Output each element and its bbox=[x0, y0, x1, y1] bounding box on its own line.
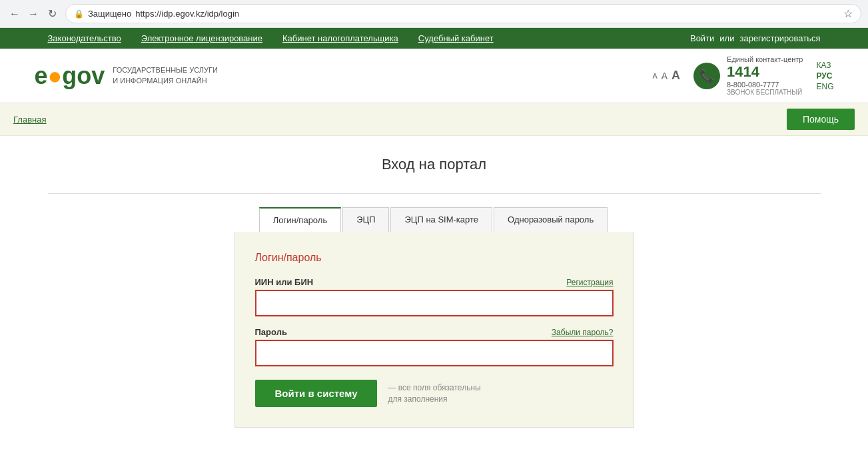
lang-kaz[interactable]: КАЗ bbox=[816, 61, 833, 70]
submit-button[interactable]: Войти в систему bbox=[255, 380, 378, 407]
lang-rus[interactable]: РУС bbox=[816, 71, 833, 81]
phone-number: 1414 bbox=[727, 63, 803, 81]
main-content: Вход на портал Логин/пароль ЭЦП ЭЦП на S… bbox=[35, 136, 834, 448]
tab-login-password[interactable]: Логин/пароль bbox=[259, 207, 341, 232]
password-field-group: Пароль Забыли пароль? bbox=[255, 327, 614, 366]
login-form-container: Логин/пароль ИИН или БИН Регистрация Пар… bbox=[234, 232, 634, 428]
phone-sub: ЗВОНОК БЕСПЛАТНЫЙ bbox=[727, 89, 803, 96]
logo-gov: gov bbox=[62, 62, 105, 89]
nav-buttons[interactable]: ← → ↻ bbox=[7, 6, 60, 22]
page-title: Вход на портал bbox=[48, 156, 821, 173]
lang-eng[interactable]: ENG bbox=[816, 82, 833, 91]
font-size-medium[interactable]: А bbox=[661, 71, 667, 81]
tab-ecp[interactable]: ЭЦП bbox=[342, 207, 389, 232]
reload-button[interactable]: ↻ bbox=[44, 6, 60, 22]
or-label: или bbox=[719, 33, 734, 43]
form-title: Логин/пароль bbox=[255, 252, 614, 264]
contact-info: Единый контакт-центр 1414 8-800-080-7777… bbox=[727, 55, 803, 96]
breadcrumb-bar: Главная Помощь bbox=[0, 103, 868, 136]
iin-input[interactable] bbox=[259, 294, 610, 312]
nav-court[interactable]: Судебный кабинет bbox=[418, 33, 494, 43]
password-label: Пароль bbox=[255, 327, 287, 337]
password-input[interactable] bbox=[259, 344, 610, 362]
help-button[interactable]: Помощь bbox=[787, 109, 855, 130]
tab-ecp-sim[interactable]: ЭЦП на SIM-карте bbox=[390, 207, 492, 232]
browser-chrome: ← → ↻ 🔒 Защищено https://idp.egov.kz/idp… bbox=[0, 0, 868, 28]
register-link[interactable]: зарегистрироваться bbox=[739, 33, 820, 43]
required-note-line2: для заполнения bbox=[388, 394, 480, 405]
font-size-large[interactable]: А bbox=[671, 69, 680, 83]
iin-label: ИИН или БИН bbox=[255, 277, 314, 287]
site-logo[interactable]: e●gov bbox=[35, 64, 105, 88]
nav-taxpayer[interactable]: Кабинет налогоплательщика bbox=[282, 33, 398, 43]
site-header: e●gov ГОСУДАРСТВЕННЫЕ УСЛУГИ И ИНФОРМАЦИ… bbox=[0, 49, 868, 103]
nav-legislation[interactable]: Законодательство bbox=[48, 33, 121, 43]
tagline-line1: ГОСУДАРСТВЕННЫЕ УСЛУГИ bbox=[113, 65, 218, 75]
address-bar[interactable]: 🔒 Защищено https://idp.egov.kz/idp/login… bbox=[65, 4, 861, 23]
submit-area: Войти в систему — все поля обязательны д… bbox=[255, 380, 614, 407]
phone-alt: 8-800-080-7777 bbox=[727, 81, 803, 89]
forgot-password-link[interactable]: Забыли пароль? bbox=[552, 328, 614, 337]
tab-one-time[interactable]: Одноразовый пароль bbox=[494, 207, 608, 232]
font-size-controls[interactable]: А А А bbox=[652, 69, 680, 83]
required-note-line1: — все поля обязательны bbox=[388, 382, 480, 394]
logo-e: e bbox=[35, 62, 48, 89]
language-switcher[interactable]: КАЗ РУС ENG bbox=[816, 61, 833, 91]
iin-field-border bbox=[255, 290, 614, 316]
required-note: — все поля обязательны для заполнения bbox=[388, 382, 480, 405]
tagline-line2: И ИНФОРМАЦИЯ ОНЛАЙН bbox=[113, 76, 218, 86]
logo-dot: ● bbox=[48, 62, 63, 89]
password-field-border bbox=[255, 340, 614, 366]
logo-area: e●gov ГОСУДАРСТВЕННЫЕ УСЛУГИ И ИНФОРМАЦИ… bbox=[35, 64, 218, 88]
password-field-header: Пароль Забыли пароль? bbox=[255, 327, 614, 337]
iin-field-group: ИИН или БИН Регистрация bbox=[255, 277, 614, 316]
nav-licensing[interactable]: Электронное лицензирование bbox=[141, 33, 262, 43]
tabs-container: Логин/пароль ЭЦП ЭЦП на SIM-карте Однора… bbox=[48, 207, 821, 232]
bookmark-button[interactable]: ☆ bbox=[843, 7, 853, 20]
font-size-small[interactable]: А bbox=[652, 72, 657, 80]
iin-field-header: ИИН или БИН Регистрация bbox=[255, 277, 614, 287]
logo-tagline: ГОСУДАРСТВЕННЫЕ УСЛУГИ И ИНФОРМАЦИЯ ОНЛА… bbox=[113, 65, 218, 86]
phone-icon: 📞 bbox=[693, 63, 720, 89]
breadcrumb-home[interactable]: Главная bbox=[13, 115, 46, 125]
contact-block: 📞 Единый контакт-центр 1414 8-800-080-77… bbox=[693, 55, 803, 96]
url-text: https://idp.egov.kz/idp/login bbox=[135, 9, 239, 19]
back-button[interactable]: ← bbox=[7, 6, 23, 22]
contact-label: Единый контакт-центр bbox=[727, 55, 803, 63]
forward-button[interactable]: → bbox=[25, 6, 41, 22]
secure-label: Защищено bbox=[88, 9, 131, 19]
lock-icon: 🔒 bbox=[74, 9, 84, 19]
login-link[interactable]: Войти bbox=[690, 33, 714, 43]
register-link[interactable]: Регистрация bbox=[566, 278, 613, 287]
top-navigation: Законодательство Электронное лицензирова… bbox=[0, 28, 868, 49]
divider bbox=[48, 193, 821, 194]
